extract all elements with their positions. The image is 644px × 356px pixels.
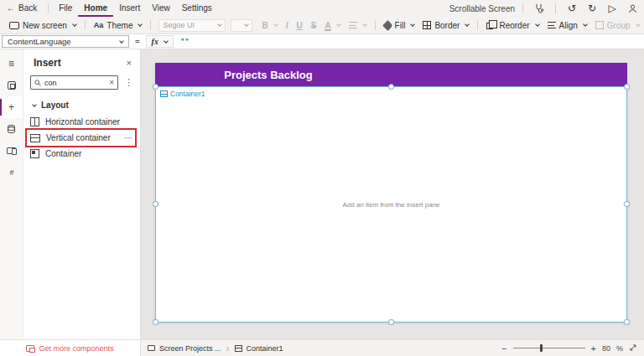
zoom-out-icon[interactable]: − [501,343,506,353]
chevron-down-icon [465,22,470,27]
media-icon[interactable] [0,140,23,162]
chevron-down-icon [362,22,367,27]
back-label: Back [18,0,37,17]
formula-bar: ContentLanguage = fx "" [0,34,644,49]
insert-tab-icon[interactable]: + [0,96,23,118]
container-placeholder-text: Add an item from the insert pane [156,201,626,209]
font-color-button[interactable]: A [320,17,344,34]
theme-button[interactable]: Aa Theme [90,17,147,34]
layout-section-header[interactable]: Layout [23,92,140,114]
chevron-down-icon [32,102,37,107]
fill-icon [382,20,393,31]
more-options-icon[interactable]: ⋮ [122,77,135,88]
property-dropdown[interactable]: ContentLanguage [2,35,129,48]
account-icon[interactable] [624,2,641,15]
italic-button[interactable]: I [282,17,293,34]
play-icon[interactable]: ▷ [604,2,621,15]
chevron-down-icon [138,22,143,27]
resize-handle-top-right[interactable] [624,84,630,90]
item-more-icon[interactable]: ⋯ [124,133,133,142]
layout-section-label: Layout [41,101,69,110]
border-label: Border [434,21,460,30]
menu-settings[interactable]: Settings [176,0,218,17]
chevron-down-icon [336,22,341,27]
breadcrumb-screen[interactable]: Screen Projects ... [159,344,221,353]
align-button[interactable]: Align [543,17,591,34]
item-label: Vertical container [46,133,118,142]
fit-to-window-icon[interactable] [629,343,637,353]
item-container[interactable]: Container [23,146,140,162]
align-label: Align [559,21,578,30]
left-rail: ≡ + # [0,49,23,339]
search-input[interactable] [44,79,106,87]
back-button[interactable]: ← Back [0,0,44,17]
menu-insert[interactable]: Insert [113,0,146,17]
formula-input[interactable]: "" [174,38,190,46]
item-vertical-container[interactable]: Vertical container ⋯ [23,130,140,146]
border-icon [423,21,431,29]
zoom-slider[interactable] [513,348,585,348]
screen-header-title: Projects Backlog [224,69,313,81]
font-size-dropdown[interactable] [231,19,252,32]
strikethrough-icon: S [311,21,317,30]
advanced-tools-icon[interactable]: # [0,162,23,183]
container-icon [30,149,39,158]
reorder-button[interactable]: Reorder [482,17,543,34]
tree-view-icon[interactable] [0,75,23,96]
app-screen[interactable]: Projects Backlog Container1 Add an item … [155,63,627,322]
text-align-button[interactable] [345,17,371,34]
fill-label: Fill [395,21,406,30]
theme-icon: Aa [94,21,104,29]
clear-search-icon[interactable]: × [109,78,114,87]
new-screen-button[interactable]: New screen [5,17,80,34]
resize-handle-bottom-left[interactable] [153,319,158,325]
selected-container[interactable]: Container1 Add an item from the insert p… [155,86,627,322]
resize-handle-mid-right[interactable] [624,201,630,207]
chevron-down-icon [245,22,250,27]
screen-icon [148,345,155,351]
zoom-slider-thumb[interactable] [540,344,543,352]
fill-button[interactable]: Fill [380,17,419,34]
screen-header-bar[interactable]: Projects Backlog [155,63,627,86]
menu-file[interactable]: File [53,0,78,17]
resize-handle-bottom-center[interactable] [388,319,394,325]
menu-home[interactable]: Home [78,0,113,17]
close-icon[interactable]: × [127,58,132,68]
divider [375,20,376,30]
vertical-container-icon [30,134,40,142]
menu-view[interactable]: View [146,0,176,17]
get-more-components-link[interactable]: Get more components [0,340,141,356]
resize-handle-top-center[interactable] [388,84,394,90]
breadcrumb-container[interactable]: Container1 [247,344,283,353]
zoom-controls: − + 80 % [501,343,644,353]
bold-button[interactable]: B [257,17,281,34]
media-glyph [7,147,16,154]
chevron-down-icon [535,22,540,27]
body-area: ≡ + # Insert × × ⋮ Layout Ho [0,49,644,339]
underline-icon: U [296,21,302,30]
group-button[interactable]: Group [591,17,644,34]
tree-view-glyph [8,81,16,90]
app-checker-icon[interactable] [531,2,548,15]
divider [150,20,151,30]
undo-icon[interactable]: ↺ [564,2,580,15]
search-box[interactable]: × [30,75,118,90]
horizontal-container-icon [30,117,39,126]
strikethrough-button[interactable]: S [307,17,321,34]
fx-dropdown[interactable]: fx [146,35,174,48]
font-family-dropdown[interactable]: Segoe UI [158,19,226,32]
resize-handle-bottom-right[interactable] [624,319,630,325]
redo-icon[interactable]: ↻ [584,2,600,15]
resize-handle-top-left[interactable] [153,84,158,90]
fx-icon: fx [152,37,158,46]
new-screen-icon [9,22,19,29]
resize-handle-mid-left[interactable] [153,201,158,207]
border-button[interactable]: Border [418,17,473,34]
data-icon[interactable] [0,118,23,140]
data-cylinder-glyph [8,125,15,133]
underline-button[interactable]: U [292,17,306,34]
collapse-menu-icon[interactable]: ≡ [0,53,23,75]
zoom-in-icon[interactable]: + [591,343,596,353]
bold-icon: B [262,21,267,30]
item-horizontal-container[interactable]: Horizontal container [23,114,140,130]
